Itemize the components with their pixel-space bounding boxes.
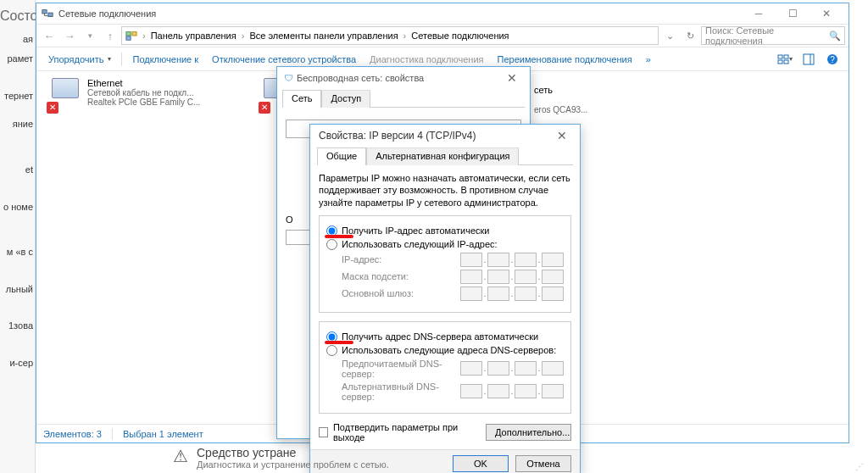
- highlight-mark: [325, 341, 353, 344]
- left-cut-panel: Состояние ая рамет тернет яние et о номе…: [0, 0, 36, 473]
- network-adapter-icon: ✕: [47, 78, 82, 114]
- tab-alternate[interactable]: Альтернативная конфигурация: [366, 147, 519, 165]
- bc-2[interactable]: Все элементы панели управления: [249, 31, 398, 41]
- rename-button[interactable]: Переименование подключения: [492, 52, 637, 67]
- ip-fieldset: Получить IP-адрес автоматически Использо…: [319, 215, 571, 313]
- titlebar[interactable]: Сетевые подключения ─ ☐ ✕: [36, 3, 849, 24]
- close-icon[interactable]: ✕: [501, 71, 523, 85]
- organize-menu[interactable]: Упорядочить: [43, 52, 116, 67]
- dialog-titlebar[interactable]: Свойства: IP версии 4 (TCP/IPv4) ✕: [310, 125, 580, 147]
- dns-fieldset: Получить адрес DNS-сервера автоматически…: [319, 321, 571, 414]
- dns1-field: ...: [460, 361, 564, 376]
- confirm-label: Подтвердить параметры при выходе: [333, 422, 476, 442]
- search-input[interactable]: Поиск: Сетевые подключения 🔍: [701, 26, 845, 45]
- adapter-wifi-labels: сеть eros QCA93...: [534, 85, 636, 114]
- svg-text:?: ?: [830, 55, 835, 64]
- ipv4-properties-dialog: Свойства: IP версии 4 (TCP/IPv4) ✕ Общие…: [309, 124, 581, 473]
- radio-ip-auto[interactable]: Получить IP-адрес автоматически: [326, 225, 564, 236]
- svg-rect-2: [126, 32, 131, 36]
- refresh-button[interactable]: ↻: [681, 31, 699, 42]
- svg-rect-3: [132, 32, 136, 36]
- search-icon: 🔍: [829, 31, 841, 42]
- svg-rect-5: [778, 55, 782, 58]
- tab-network[interactable]: Сеть: [282, 90, 321, 108]
- ip-address-field: ...: [460, 253, 564, 267]
- back-button[interactable]: ←: [40, 26, 58, 45]
- svg-rect-6: [784, 55, 788, 58]
- svg-rect-8: [784, 60, 788, 64]
- shield-icon: 🛡: [284, 73, 293, 83]
- highlight-mark: [325, 235, 353, 238]
- breadcrumb[interactable]: › Панель управления › Все элементы панел…: [121, 26, 659, 45]
- address-bar: ← → ▾ ↑ › Панель управления › Все элемен…: [36, 24, 849, 47]
- diagnose-button[interactable]: Диагностика подключения: [364, 52, 488, 67]
- error-x-icon: ✕: [47, 102, 58, 114]
- disable-device-button[interactable]: Отключение сетевого устройства: [207, 52, 361, 67]
- dialog-titlebar[interactable]: 🛡 Беспроводная сеть: свойства ✕: [277, 67, 530, 89]
- svg-rect-0: [42, 10, 47, 14]
- resize-grip-icon[interactable]: ⋰: [855, 462, 865, 471]
- breadcrumb-dropdown[interactable]: ⌄: [660, 31, 679, 42]
- radio-dns-auto[interactable]: Получить адрес DNS-сервера автоматически: [326, 331, 564, 342]
- tab-access[interactable]: Доступ: [321, 90, 370, 108]
- history-dropdown[interactable]: ▾: [81, 26, 99, 45]
- subnet-mask-field: ...: [460, 270, 564, 284]
- radio-dns-manual[interactable]: Использовать следующие адреса DNS-сервер…: [326, 345, 564, 356]
- forward-button[interactable]: →: [60, 26, 79, 45]
- maximize-button[interactable]: ☐: [776, 5, 810, 22]
- view-options-button[interactable]: ▾: [776, 50, 794, 69]
- troubleshooter-tile[interactable]: ⚠ Средство устране Диагностика и устране…: [173, 446, 854, 473]
- help-button[interactable]: ?: [823, 50, 842, 69]
- confirm-checkbox[interactable]: [319, 427, 328, 437]
- error-x-icon: ✕: [259, 102, 270, 114]
- selection-count: Выбран 1 элемент: [123, 429, 203, 439]
- connect-to-button[interactable]: Подключение к: [127, 52, 203, 67]
- tab-general[interactable]: Общие: [317, 147, 366, 165]
- control-panel-icon: [125, 30, 137, 42]
- intro-text: Параметры IP можно назначать автоматичес…: [319, 172, 571, 209]
- network-icon: [42, 8, 53, 19]
- svg-rect-4: [126, 36, 131, 40]
- status-heading: Состояние: [0, 0, 35, 30]
- radio-ip-manual[interactable]: Использовать следующий IP-адрес:: [326, 239, 564, 250]
- close-button[interactable]: ✕: [810, 5, 843, 22]
- preview-pane-button[interactable]: [799, 50, 818, 69]
- bc-1[interactable]: Панель управления: [151, 31, 236, 41]
- svg-rect-1: [48, 13, 53, 16]
- window-title: Сетевые подключения: [58, 8, 742, 19]
- advanced-button[interactable]: Дополнительно...: [486, 424, 571, 441]
- adapter-ethernet[interactable]: ✕ Ethernet Сетевой кабель не подкл... Re…: [47, 78, 225, 114]
- item-count: Элементов: 3: [43, 429, 102, 439]
- up-button[interactable]: ↑: [101, 26, 120, 45]
- svg-rect-7: [778, 60, 782, 64]
- minimize-button[interactable]: ─: [742, 5, 776, 22]
- gateway-field: ...: [460, 287, 564, 301]
- close-icon[interactable]: ✕: [551, 129, 573, 142]
- bc-3[interactable]: Сетевые подключения: [411, 31, 509, 41]
- warning-icon: ⚠: [173, 446, 188, 466]
- svg-rect-9: [804, 54, 814, 64]
- dns2-field: ...: [460, 384, 564, 398]
- more-button[interactable]: »: [641, 52, 656, 67]
